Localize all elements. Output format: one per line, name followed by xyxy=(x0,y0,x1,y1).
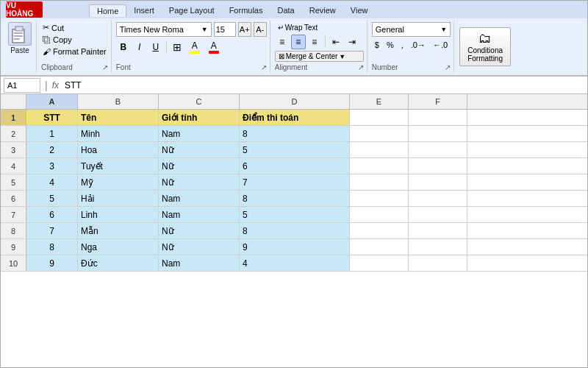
font-name-dropdown[interactable]: Times New Roma ▼ xyxy=(116,22,212,37)
cell-a9[interactable]: 8 xyxy=(26,239,78,255)
font-size-decrease-button[interactable]: A- xyxy=(254,22,267,37)
col-header-f[interactable]: F xyxy=(409,94,467,109)
cell-b6[interactable]: Hải xyxy=(78,191,159,206)
cell-d9[interactable]: 9 xyxy=(240,239,350,255)
cell-a5[interactable]: 4 xyxy=(26,174,78,190)
cell-a2[interactable]: 1 xyxy=(26,126,78,141)
cell-e7[interactable] xyxy=(350,207,409,222)
border-button[interactable]: ⊞ xyxy=(170,40,184,54)
tab-data[interactable]: Data xyxy=(270,4,301,16)
cell-d1[interactable]: Điểm thi toán xyxy=(240,110,350,125)
tab-review[interactable]: Review xyxy=(302,4,343,16)
tab-insert[interactable]: Insert xyxy=(126,4,162,16)
col-header-d[interactable]: D xyxy=(240,94,350,109)
paste-button[interactable] xyxy=(8,22,32,46)
cell-f5[interactable] xyxy=(409,174,467,190)
cell-d2[interactable]: 8 xyxy=(240,126,350,141)
cell-c3[interactable]: Nữ xyxy=(159,142,240,158)
cut-button[interactable]: ✂ Cut xyxy=(41,22,108,33)
underline-button[interactable]: U xyxy=(148,40,163,54)
cell-d7[interactable]: 5 xyxy=(240,207,350,222)
cell-f1[interactable] xyxy=(409,110,467,125)
tab-formulas[interactable]: Formulas xyxy=(222,4,270,16)
cell-e5[interactable] xyxy=(350,174,409,190)
cell-b3[interactable]: Hoa xyxy=(78,142,159,158)
formula-input[interactable] xyxy=(62,79,584,91)
cell-e10[interactable] xyxy=(350,255,409,271)
cell-b7[interactable]: Linh xyxy=(78,207,159,222)
number-expand-icon[interactable]: ↗ xyxy=(445,63,451,71)
cell-c5[interactable]: Nữ xyxy=(159,174,240,190)
comma-button[interactable]: , xyxy=(398,39,406,51)
col-header-e[interactable]: E xyxy=(350,94,409,109)
bold-button[interactable]: B xyxy=(116,40,131,54)
cell-f8[interactable] xyxy=(409,223,467,238)
copy-button[interactable]: ⿻ Copy xyxy=(41,35,108,45)
cell-a7[interactable]: 6 xyxy=(26,207,78,222)
cell-d6[interactable]: 8 xyxy=(240,191,350,206)
percent-button[interactable]: % xyxy=(384,39,397,51)
cell-f2[interactable] xyxy=(409,126,467,141)
cell-f10[interactable] xyxy=(409,255,467,271)
cell-a10[interactable]: 9 xyxy=(26,255,78,271)
cell-b8[interactable]: Mẫn xyxy=(78,223,159,238)
wrap-text-button[interactable]: ↵ Wrap Text xyxy=(275,22,321,33)
italic-button[interactable]: I xyxy=(132,40,147,54)
cell-a1[interactable]: STT xyxy=(26,110,78,125)
increase-decimal-button[interactable]: .0→ xyxy=(408,39,429,51)
cell-b2[interactable]: Minh xyxy=(78,126,159,141)
cell-reference-box[interactable]: A1 xyxy=(4,78,40,93)
align-right-button[interactable]: ≡ xyxy=(307,35,322,49)
font-expand-icon[interactable]: ↗ xyxy=(261,63,267,71)
cell-d4[interactable]: 6 xyxy=(240,158,350,174)
cell-c1[interactable]: Giới tính xyxy=(159,110,240,125)
cell-b1[interactable]: Tên xyxy=(78,110,159,125)
fill-color-button[interactable]: A xyxy=(186,39,204,55)
cell-f9[interactable] xyxy=(409,239,467,255)
cell-c4[interactable]: Nữ xyxy=(159,158,240,174)
cell-d10[interactable]: 4 xyxy=(240,255,350,271)
cell-a4[interactable]: 3 xyxy=(26,158,78,174)
col-header-a[interactable]: A xyxy=(26,94,78,109)
cell-a3[interactable]: 2 xyxy=(26,142,78,158)
cell-e3[interactable] xyxy=(350,142,409,158)
cell-e8[interactable] xyxy=(350,223,409,238)
cell-c10[interactable]: Nam xyxy=(159,255,240,271)
format-painter-button[interactable]: 🖌 Format Painter xyxy=(41,46,108,57)
cell-b10[interactable]: Đức xyxy=(78,255,159,271)
cell-d8[interactable]: 8 xyxy=(240,223,350,238)
col-header-c[interactable]: C xyxy=(159,94,240,109)
cell-c9[interactable]: Nữ xyxy=(159,239,240,255)
tab-home[interactable]: Home xyxy=(89,4,126,17)
font-size-increase-button[interactable]: A+ xyxy=(238,22,251,37)
indent-increase-button[interactable]: ⇥ xyxy=(345,35,359,49)
cell-e9[interactable] xyxy=(350,239,409,255)
tab-page-layout[interactable]: Page Layout xyxy=(162,4,222,16)
cell-e1[interactable] xyxy=(350,110,409,125)
col-header-b[interactable]: B xyxy=(78,94,159,109)
conditional-formatting-button[interactable]: 🗂 Conditiona Formatting xyxy=(459,27,511,66)
cell-c7[interactable]: Nam xyxy=(159,207,240,222)
font-size-box[interactable]: 15 xyxy=(214,22,236,37)
number-format-dropdown[interactable]: General ▼ xyxy=(372,22,451,37)
font-color-button[interactable]: A xyxy=(205,39,223,55)
cell-e2[interactable] xyxy=(350,126,409,141)
cell-b9[interactable]: Nga xyxy=(78,239,159,255)
cell-f7[interactable] xyxy=(409,207,467,222)
clipboard-expand-icon[interactable]: ↗ xyxy=(102,63,108,71)
cell-e4[interactable] xyxy=(350,158,409,174)
cell-a6[interactable]: 5 xyxy=(26,191,78,206)
tab-view[interactable]: View xyxy=(343,4,376,16)
cell-e6[interactable] xyxy=(350,191,409,206)
currency-button[interactable]: $ xyxy=(372,39,382,51)
align-center-button[interactable]: ≡ xyxy=(291,35,306,49)
cell-c8[interactable]: Nữ xyxy=(159,223,240,238)
cell-b4[interactable]: Tuyết xyxy=(78,158,159,174)
cell-f6[interactable] xyxy=(409,191,467,206)
cell-d5[interactable]: 7 xyxy=(240,174,350,190)
cell-f3[interactable] xyxy=(409,142,467,158)
cell-a8[interactable]: 7 xyxy=(26,223,78,238)
cell-c2[interactable]: Nam xyxy=(159,126,240,141)
cell-d3[interactable]: 5 xyxy=(240,142,350,158)
cell-c6[interactable]: Nam xyxy=(159,191,240,206)
